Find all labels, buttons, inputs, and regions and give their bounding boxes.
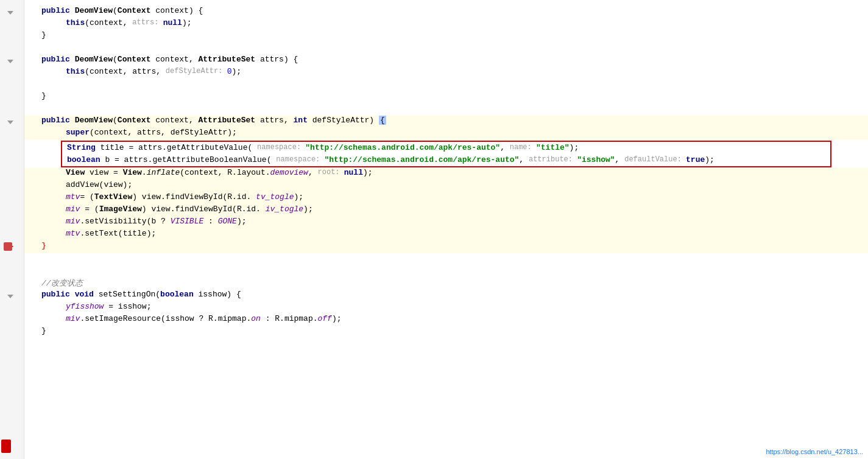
line-18: miv . setVisibility (b ? VISIBLE : GONE … bbox=[24, 217, 868, 229]
fold-icon-24[interactable] bbox=[7, 292, 13, 301]
highlighted-box: String title = attrs. getAttributeValue … bbox=[61, 141, 831, 167]
editor-gutter bbox=[0, 0, 24, 459]
closing-brace-highlighted: } bbox=[41, 241, 46, 250]
line-5: public DeomView ( Context context, Attri… bbox=[24, 55, 868, 67]
bottom-url: https://blog.csdn.net/u_427813... bbox=[766, 448, 863, 455]
line-24: public void setSettingOn ( boolean issho… bbox=[24, 290, 868, 302]
line-3: } bbox=[24, 30, 868, 43]
code-area: public DeomView ( Context context ) { th… bbox=[24, 0, 868, 345]
line-8: } bbox=[24, 91, 868, 103]
line-23: //改变状态 bbox=[24, 278, 868, 290]
line-12: String title = attrs. getAttributeValue … bbox=[62, 142, 830, 154]
line-20: } bbox=[24, 241, 868, 253]
line-27: } bbox=[24, 326, 868, 338]
line-1: public DeomView ( Context context ) { bbox=[24, 6, 868, 18]
selection-brace: { bbox=[379, 116, 386, 125]
line-21 bbox=[24, 253, 868, 265]
line-10: public DeomView ( Context context, Attri… bbox=[24, 116, 868, 128]
code-editor: public DeomView ( Context context ) { th… bbox=[0, 0, 868, 459]
line-13: boolean b = attrs. getAttributeBooleanVa… bbox=[62, 154, 830, 166]
fold-icon-10[interactable] bbox=[7, 117, 13, 127]
line-19: mtv . setText (title); bbox=[24, 229, 868, 241]
line-17: miv = ( ImageView ) view. findViewById (… bbox=[24, 205, 868, 217]
line-11: super (context, attrs, defStyleAttr); bbox=[24, 128, 868, 140]
breakpoint-indicator bbox=[4, 242, 12, 251]
kw-public: public bbox=[41, 6, 70, 15]
line-14: View view = View . inflate (context, R.l… bbox=[24, 168, 868, 180]
line-26: miv . setImageResource (isshow ? R.mipma… bbox=[24, 314, 868, 326]
line-6: this (context, attrs, defStyleAttr: 0 ); bbox=[24, 67, 868, 79]
line-25: yfisshow = isshow; bbox=[24, 302, 868, 314]
line-4 bbox=[24, 43, 868, 55]
left-indicator bbox=[1, 440, 11, 453]
line-7 bbox=[24, 79, 868, 91]
line-16: mtv = ( TextView ) view. findViewById (R… bbox=[24, 192, 868, 205]
fold-icon-5[interactable] bbox=[7, 57, 13, 66]
comment-change-state: //改变状态 bbox=[41, 278, 83, 289]
line-9 bbox=[24, 103, 868, 116]
line-2: this (context, attrs: null ); bbox=[24, 18, 868, 30]
fold-icon-1[interactable] bbox=[7, 8, 13, 17]
line-22 bbox=[24, 265, 868, 278]
line-15: addView (view); bbox=[24, 180, 868, 192]
